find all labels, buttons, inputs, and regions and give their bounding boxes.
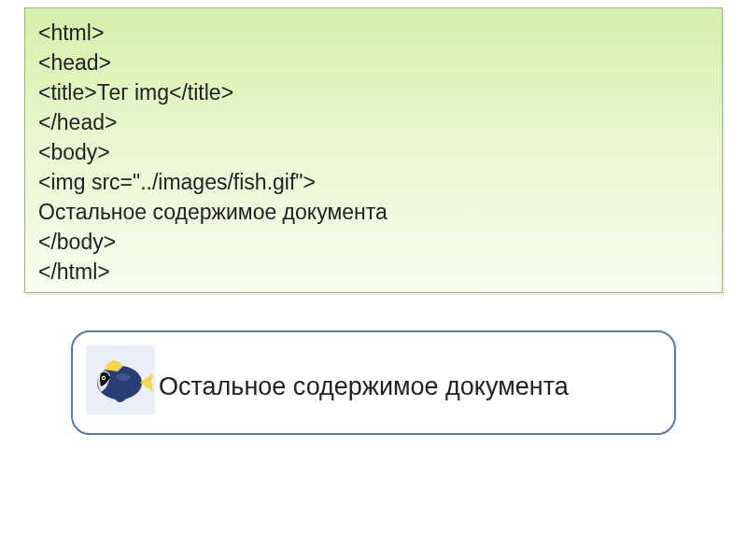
render-result-box: Остальное содержимое документа	[71, 330, 676, 435]
code-line: </body>	[38, 227, 709, 257]
result-text: Остальное содержимое документа	[159, 343, 569, 403]
code-line: <html>	[38, 18, 709, 48]
fish-image	[86, 345, 155, 414]
code-line: <title>Тег img</title>	[38, 77, 709, 107]
code-line: Остальное содержимое документа	[38, 197, 709, 227]
svg-point-4	[116, 373, 131, 381]
code-line: <img src="../images/fish.gif">	[38, 167, 709, 197]
code-line: <head>	[38, 48, 709, 77]
code-line: </head>	[38, 107, 709, 137]
code-example-box: <html> <head> <title>Тег img</title> </h…	[24, 7, 723, 293]
code-line: </html>	[38, 257, 709, 287]
svg-point-3	[103, 377, 105, 379]
code-line: <body>	[38, 137, 709, 167]
